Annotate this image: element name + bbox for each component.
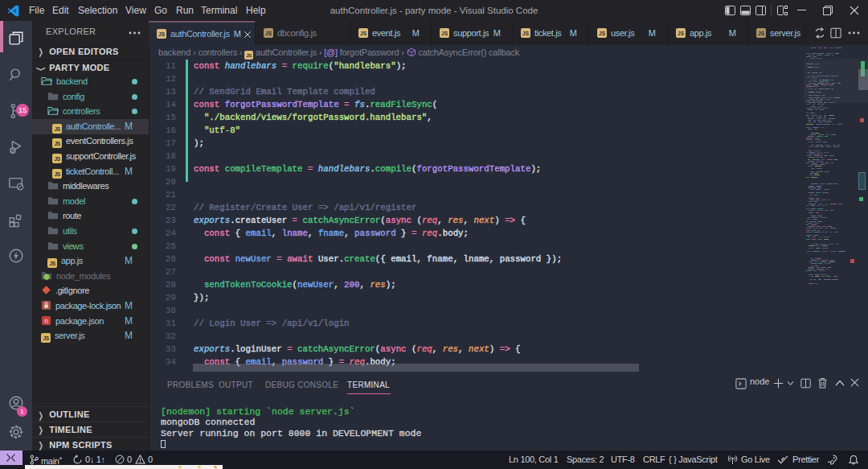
svg-text:n: n: [44, 316, 48, 324]
